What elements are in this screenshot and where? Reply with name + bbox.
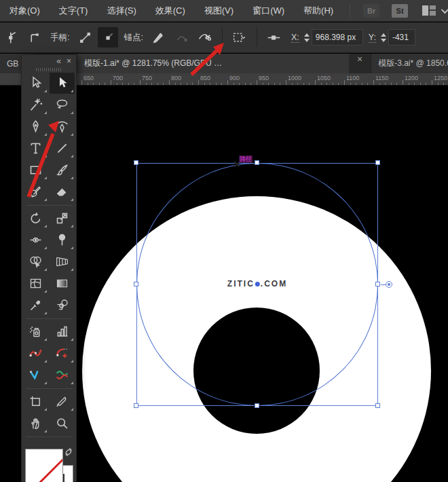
convert-anchor-partial-icon[interactable]: [1, 27, 22, 48]
tool-blend[interactable]: [50, 295, 75, 316]
tool-puppet-warp-pin[interactable]: [50, 229, 75, 251]
tool-lasso[interactable]: [50, 94, 75, 115]
corner-handle-icon: [264, 27, 284, 48]
tool-plugin-red-arc-add[interactable]: [50, 343, 75, 364]
menu-effect[interactable]: 效果(C): [146, 0, 195, 22]
tool-curvature-pen[interactable]: [50, 116, 75, 137]
tool-plugin-cyan-zigzag[interactable]: [23, 365, 48, 386]
tool-plugin-red-curve[interactable]: [23, 343, 48, 364]
handle-bottom-left[interactable]: [134, 403, 138, 408]
close-panel-icon[interactable]: ×: [67, 56, 71, 66]
y-label[interactable]: Y:: [369, 33, 376, 43]
tool-gradient[interactable]: [50, 273, 75, 294]
y-input[interactable]: -431: [388, 29, 415, 45]
curvature-pen-icon: [55, 119, 69, 134]
tool-artboard[interactable]: [23, 391, 48, 412]
tool-symbol-sprayer[interactable]: [23, 321, 48, 342]
handles-label: 手柄:: [50, 32, 69, 43]
convert-corner-icon[interactable]: [24, 27, 45, 48]
tool-selection[interactable]: [50, 73, 75, 94]
tool-line-segment[interactable]: [50, 138, 75, 159]
fill-stroke-swatches: [22, 439, 76, 481]
ruler-label: 800: [171, 75, 181, 81]
ruler-label: 1000: [288, 75, 301, 81]
tool-width[interactable]: [23, 229, 48, 251]
handle-mid-left[interactable]: [134, 282, 138, 286]
tool-perspective-grid[interactable]: [50, 251, 75, 272]
tool-mesh[interactable]: [23, 273, 48, 294]
cut-path-icon[interactable]: [195, 27, 215, 48]
selection-bounding-box[interactable]: [136, 163, 378, 406]
tool-direct-selection[interactable]: [23, 73, 48, 94]
tool-shaper[interactable]: [23, 181, 48, 202]
menu-object[interactable]: 对象(O): [0, 0, 50, 22]
tool-eraser[interactable]: [50, 181, 75, 202]
add-anchor-pen-icon[interactable]: [149, 27, 169, 48]
y-stepper[interactable]: [381, 33, 386, 42]
tool-magic-wand[interactable]: [23, 94, 48, 115]
handle-top-left[interactable]: [134, 160, 138, 165]
tool-column-graph[interactable]: [50, 321, 75, 342]
artboard-icon: [29, 394, 43, 409]
menu-view[interactable]: 视图(V): [195, 0, 243, 22]
x-input[interactable]: 968.398 px: [312, 29, 363, 45]
tool-plugin-wave-pair[interactable]: [50, 365, 75, 386]
menu-help[interactable]: 帮助(H): [294, 0, 343, 22]
tools-panel-header[interactable]: « ×: [22, 55, 76, 67]
line-segment-icon: [55, 141, 69, 155]
swap-fill-stroke-icon[interactable]: [64, 447, 73, 460]
tool-pen[interactable]: [23, 116, 48, 137]
tool-slice[interactable]: [50, 391, 75, 412]
rotate-icon: [29, 211, 43, 225]
ruler-label: 1100: [346, 75, 359, 81]
handle-top-right[interactable]: [375, 160, 380, 165]
red-arc-add-icon: [55, 346, 69, 360]
handle-mid-right[interactable]: [375, 282, 380, 286]
tool-rotate[interactable]: [23, 208, 48, 229]
tool-eyedropper[interactable]: [23, 295, 48, 316]
live-shape-pie-widget[interactable]: [386, 281, 392, 288]
tab-close-icon[interactable]: ×: [349, 54, 371, 73]
tab-document-3[interactable]: 模版-3.ai* @ 1850.66% (RGB/G: [371, 54, 448, 73]
ruler-label: 700: [113, 75, 123, 81]
stock-button[interactable]: St: [392, 4, 408, 18]
tool-hand[interactable]: [23, 413, 48, 434]
blend-icon: [55, 298, 69, 312]
zoom-icon: [55, 416, 69, 430]
menu-select[interactable]: 选择(S): [97, 0, 145, 22]
selection-icon: [55, 76, 69, 90]
tool-zoom[interactable]: [50, 413, 75, 434]
tool-type[interactable]: [23, 138, 48, 159]
tool-paintbrush[interactable]: [50, 160, 75, 181]
shaper-icon: [29, 185, 43, 199]
workspace-switcher-icon[interactable]: [422, 5, 436, 16]
hide-handles-button[interactable]: [98, 27, 118, 48]
x-stepper[interactable]: [304, 33, 310, 42]
menu-window[interactable]: 窗口(W): [243, 0, 294, 22]
fill-swatch-none[interactable]: [25, 449, 63, 482]
tab-document-1[interactable]: 模版-1.ai* @ 1281.75% (RGB/GPU …: [77, 54, 349, 73]
menu-type[interactable]: 文字(T): [50, 0, 98, 22]
panel-drag-grip[interactable]: [22, 67, 76, 73]
handle-bottom-right[interactable]: [375, 403, 380, 408]
smooth-point-icon-disabled[interactable]: [172, 27, 192, 48]
width-icon: [29, 233, 43, 247]
chevron-down-icon[interactable]: [441, 5, 448, 13]
show-handles-button[interactable]: [75, 27, 95, 48]
handle-top-mid[interactable]: [255, 160, 259, 165]
tool-shape-builder[interactable]: [23, 251, 48, 272]
ruler-label: 900: [229, 75, 240, 81]
bridge-button[interactable]: Br: [363, 4, 379, 18]
bounding-box-options-icon[interactable]: [229, 27, 250, 48]
control-bar: 手柄: 锚点: X: 968.398 px Y: -431: [0, 22, 448, 53]
tool-rectangle[interactable]: [23, 160, 48, 181]
cyan-zigzag-icon: [29, 368, 43, 382]
gradient-icon: [55, 276, 69, 291]
scale-icon: [55, 211, 69, 225]
magic-wand-icon: [29, 98, 43, 112]
tool-scale[interactable]: [50, 208, 75, 229]
rectangle-icon: [29, 163, 43, 177]
collapse-panel-icon[interactable]: «: [56, 56, 61, 66]
x-label[interactable]: X:: [291, 33, 299, 43]
handle-bottom-mid[interactable]: [255, 403, 259, 408]
